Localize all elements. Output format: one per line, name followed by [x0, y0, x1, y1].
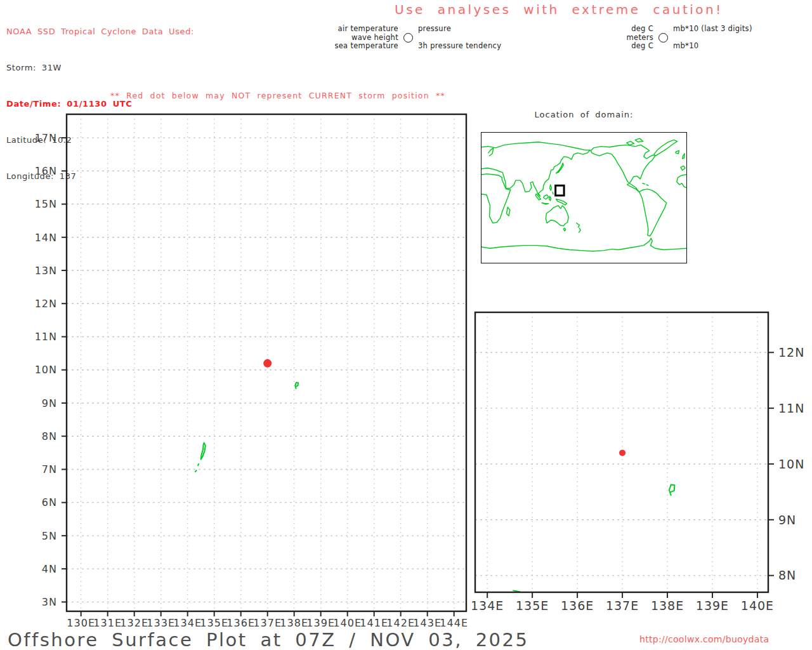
x-tick-label: 139E [306, 617, 335, 629]
domain-map-title: Location of domain: [481, 110, 687, 119]
coastline-north-america [591, 145, 655, 192]
x-tick-label: 140E [333, 617, 362, 629]
legend-sea-temperature: sea temperature [327, 42, 398, 51]
station-legend-units: deg C meters deg C mb*10 (last 3 digits)… [608, 25, 752, 51]
coastline-caribbean [643, 183, 648, 185]
coastline-south-america [639, 189, 667, 236]
legend-air-units: deg C [608, 25, 653, 34]
x-tick-label: 130E [67, 617, 95, 629]
coastline-sumatra-java [535, 194, 549, 204]
coastline-philippines [550, 185, 553, 194]
x-tick-label: 136E [561, 599, 594, 613]
storm-position-dot [263, 359, 272, 368]
coastline-west-africa-edge [677, 175, 686, 188]
y-tick-label: 6N [42, 496, 57, 508]
x-tick-label: 131E [93, 617, 122, 629]
y-tick-label: 17N [35, 132, 57, 144]
y-tick-label: 9N [42, 397, 57, 409]
weather-plot-page: NOAA SSD Tropical Cyclone Data Used: Sto… [0, 0, 812, 650]
y-tick-label: 14N [35, 232, 57, 244]
legend-pressure: pressure [418, 25, 501, 34]
y-tick-label: 12N [778, 345, 804, 359]
coastline-sulawesi [549, 196, 551, 201]
y-tick-label: 9N [778, 513, 796, 527]
x-tick-label: 144E [440, 617, 468, 629]
coastline-antarctica [481, 238, 686, 251]
coastline-japan [556, 163, 564, 173]
coastline-australia [546, 206, 568, 226]
y-tick-label: 8N [42, 430, 57, 442]
legend-air-temperature: air temperature [327, 25, 398, 34]
station-legend-labels: air temperature wave height sea temperat… [327, 25, 501, 51]
source-url[interactable]: http://coolwx.com/buoydata [639, 634, 769, 644]
legend-sea-units: deg C [608, 42, 653, 51]
coastline-iberia [681, 166, 685, 170]
y-tick-label: 11N [35, 331, 57, 343]
x-tick-label: 134E [173, 617, 202, 629]
x-tick-label: 135E [516, 599, 549, 613]
y-tick-label: 15N [35, 198, 57, 210]
info-storm-line: Storm: 31W [6, 62, 194, 74]
legend-wave-units: meters [608, 34, 653, 43]
coastline-yap [295, 383, 298, 388]
x-tick-label: 140E [741, 599, 774, 613]
x-tick-label: 143E [413, 617, 442, 629]
y-tick-label: 4N [42, 563, 57, 575]
coastline-palau-islet-a [198, 464, 199, 465]
x-tick-label: 135E [200, 617, 228, 629]
storm-position-dot [619, 449, 625, 456]
y-tick-label: 10N [778, 457, 804, 471]
x-tick-label: 137E [606, 599, 639, 613]
coastline-eurasia [481, 142, 590, 196]
x-tick-label: 134E [471, 599, 504, 613]
y-tick-label: 12N [35, 298, 57, 310]
main-domain-plot: 130E131E132E133E134E135E136E137E138E139E… [29, 109, 511, 640]
coastline-yap [669, 484, 675, 495]
zoomed-domain-plot: 134E135E136E137E138E139E140E8N9N10N11N12… [469, 307, 812, 621]
x-tick-label: 139E [696, 599, 729, 613]
y-tick-label: 7N [42, 463, 57, 475]
x-tick-label: 138E [280, 617, 308, 629]
x-tick-label: 142E [386, 617, 415, 629]
plot-title: Offshore Surface Plot at 07Z / NOV 03, 2… [8, 629, 528, 650]
y-tick-label: 16N [35, 165, 57, 177]
info-source-line: NOAA SSD Tropical Cyclone Data Used: [6, 25, 194, 37]
y-tick-label: 5N [42, 530, 57, 542]
x-tick-label: 136E [226, 617, 255, 629]
legend-wave-height: wave height [327, 34, 398, 43]
x-tick-label: 133E [147, 617, 175, 629]
coastline-new-guinea [556, 199, 567, 205]
x-tick-label: 132E [120, 617, 148, 629]
storm-position-warning: ** Red dot below may NOT represent CURRE… [110, 91, 445, 100]
coastline-palau [201, 443, 206, 460]
coastline-new-zealand [577, 223, 580, 232]
coastline-scandinavia [488, 148, 494, 156]
y-tick-label: 11N [778, 401, 804, 415]
coastline-borneo [544, 195, 549, 199]
caution-title: Use analyses with extreme caution! [395, 2, 723, 17]
y-tick-label: 13N [35, 265, 57, 277]
legend-tendency-units: mb*10 [673, 42, 752, 51]
coastline-iceland [676, 150, 679, 154]
coastline-britain [683, 154, 685, 159]
coastline-madagascar [506, 207, 509, 216]
legend-pressure-units: mb*10 (last 3 digits) [673, 25, 752, 34]
domain-box-marker [556, 185, 564, 196]
coastline-greenland [654, 140, 678, 156]
world-map [481, 132, 687, 263]
y-tick-label: 10N [35, 364, 57, 376]
y-tick-label: 8N [778, 568, 796, 582]
coastline-africa [481, 174, 511, 223]
y-tick-label: 3N [42, 596, 57, 608]
coastline-palau-islet-b [195, 470, 197, 472]
coastline-arctic-islands [627, 138, 643, 145]
station-circle-icon [658, 33, 668, 43]
station-circle-icon [403, 33, 413, 43]
x-tick-label: 138E [651, 599, 684, 613]
legend-pressure-tendency: 3h pressure tendency [418, 42, 501, 51]
x-tick-label: 137E [253, 617, 282, 629]
x-tick-label: 141E [360, 617, 388, 629]
coastline-tasmania [563, 228, 566, 231]
